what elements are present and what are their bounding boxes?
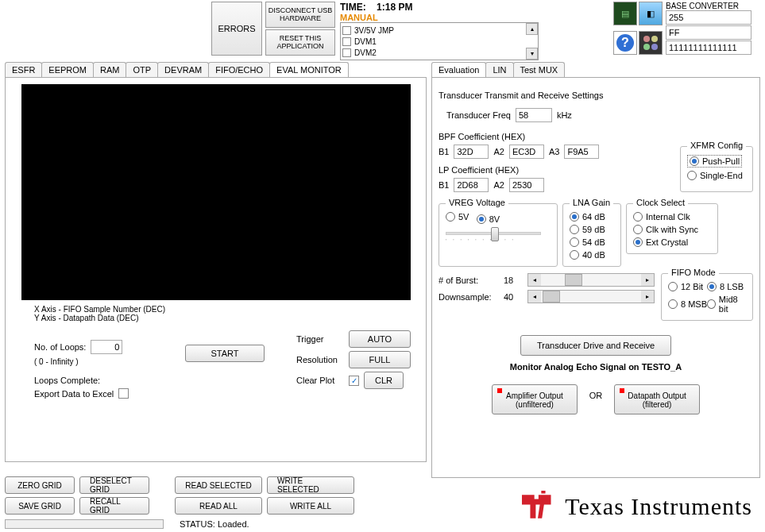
tab-evalmonitor[interactable]: EVAL MONITOR [269, 62, 349, 77]
burst-scrollbar[interactable]: ◂ ▸ [527, 273, 655, 287]
tab-fifoecho[interactable]: FIFO/ECHO [208, 62, 270, 77]
checkbox-icon[interactable] [342, 37, 351, 46]
fifo-12bit-radio[interactable] [668, 282, 678, 291]
device-icon[interactable]: ◧ [639, 2, 663, 25]
time-value: 1:18 PM [377, 2, 412, 13]
vreg-title: VREG Voltage [446, 198, 508, 207]
ti-text: Texas Instruments [565, 493, 752, 520]
recall-grid-button[interactable]: RECALL GRID [79, 497, 149, 515]
lna-54-label: 54 dB [582, 237, 605, 247]
tab-eeprom[interactable]: EEPROM [41, 62, 94, 77]
scroll-down-icon[interactable]: ▾ [526, 48, 538, 60]
checkbox-icon[interactable] [342, 26, 351, 35]
base-hex-input[interactable] [666, 25, 751, 40]
tab-lin[interactable]: LIN [485, 62, 513, 77]
bpf-b1-input[interactable] [454, 145, 489, 159]
xfmr-singleend-radio[interactable] [687, 171, 697, 180]
lna-40-radio[interactable] [570, 250, 579, 260]
arrow-left-icon[interactable]: ◂ [528, 291, 541, 303]
freq-input[interactable] [516, 108, 552, 122]
scroll-up-icon[interactable]: ▴ [526, 23, 538, 35]
lp-label: LP Coefficient (HEX) [439, 165, 674, 175]
dp-out-l2: (filtered) [643, 400, 672, 409]
clock-ext-label: Ext Crystal [646, 237, 688, 247]
save-grid-button[interactable]: SAVE GRID [5, 497, 75, 515]
loops-input[interactable] [91, 340, 122, 354]
option-list[interactable]: 3V/5V JMP DVM1 DVM2 ▴ ▾ [340, 22, 539, 60]
clock-internal-label: Internal Clk [646, 212, 690, 222]
slider-thumb-icon[interactable] [491, 227, 499, 241]
disconnect-usb-button[interactable]: DISCONNECT USB HARDWARE [265, 2, 335, 28]
vreg-5v-radio[interactable] [446, 212, 455, 222]
xfmr-pushpull-label: Push-Pull [702, 156, 740, 166]
arrow-right-icon[interactable]: ▸ [641, 274, 654, 286]
deselect-grid-button[interactable]: DESELECT GRID [79, 476, 149, 494]
fifo-8msb-radio[interactable] [668, 299, 678, 309]
lp-b1-input[interactable] [454, 178, 489, 192]
downsample-scrollbar[interactable]: ◂ ▸ [527, 290, 655, 303]
amp-out-l2: (unfiltered) [516, 400, 554, 409]
arrow-left-icon[interactable]: ◂ [528, 274, 541, 286]
freq-unit: kHz [557, 110, 572, 120]
tab-evaluation[interactable]: Evaluation [431, 62, 486, 77]
bpf-a2-input[interactable] [509, 145, 544, 159]
yaxis-label: Y Axis - Datapath Data (DEC) [34, 314, 419, 322]
ti-logo: Texas Instruments [520, 491, 752, 522]
amplifier-output-button[interactable]: Amplifier Output (unfiltered) [492, 384, 578, 414]
errors-button[interactable]: ERRORS [211, 2, 262, 56]
write-selected-button[interactable]: WRITE SELECTED [267, 476, 354, 494]
chip-icon[interactable]: ▤ [613, 2, 637, 25]
tab-esfr[interactable]: ESFR [5, 62, 42, 77]
base-bin-input[interactable] [666, 40, 751, 55]
lna-59-label: 59 dB [582, 225, 605, 234]
eval-monitor-panel: X Axis - FIFO Sample Number (DEC) Y Axis… [5, 77, 427, 462]
arrow-right-icon[interactable]: ▸ [641, 291, 654, 303]
base-dec-input[interactable] [666, 10, 751, 25]
resolution-button[interactable]: FULL [349, 351, 411, 368]
lp-a2-input[interactable] [509, 178, 544, 192]
loops-hint: ( 0 - Infinity ) [34, 357, 185, 366]
trigger-button[interactable]: AUTO [349, 330, 411, 348]
burst-label: # of Burst: [439, 276, 499, 285]
monitor-text: Monitor Analog Echo Signal on TESTO_A [439, 362, 753, 372]
datapath-output-button[interactable]: Datapath Output (filtered) [614, 384, 700, 414]
base-converter-title: BASE CONVERTER [666, 2, 755, 10]
start-button[interactable]: START [185, 345, 265, 362]
clock-ext-radio[interactable] [633, 237, 643, 247]
export-excel-checkbox[interactable] [118, 388, 129, 399]
clr-button[interactable]: CLR [364, 372, 404, 389]
zero-grid-button[interactable]: ZERO GRID [5, 476, 75, 494]
fifo-mid8-radio[interactable] [707, 299, 716, 309]
help-icon[interactable]: ? [613, 31, 637, 55]
vreg-8v-radio[interactable] [477, 214, 486, 224]
reset-app-button[interactable]: RESET THIS APPLICATION [265, 29, 335, 56]
tab-ram[interactable]: RAM [93, 62, 126, 77]
fifo-8lsb-radio[interactable] [707, 282, 717, 291]
clock-internal-radio[interactable] [633, 212, 643, 222]
clearplot-checkbox[interactable] [349, 376, 359, 386]
tab-otp[interactable]: OTP [126, 62, 158, 77]
vreg-slider[interactable] [446, 232, 541, 235]
clock-sync-radio[interactable] [633, 225, 643, 234]
tab-testmux[interactable]: Test MUX [513, 62, 566, 77]
lna-59-radio[interactable] [570, 225, 579, 234]
read-all-button[interactable]: READ ALL [175, 497, 262, 515]
lp-a2-label: A2 [493, 180, 504, 190]
list-item: DVM2 [354, 48, 377, 57]
loops-label: No. of Loops: [34, 342, 86, 352]
transducer-drive-button[interactable]: Transducer Drive and Receive [520, 335, 671, 356]
status-text: Loaded. [218, 519, 249, 529]
grid-icon[interactable] [639, 31, 663, 55]
read-selected-button[interactable]: READ SELECTED [175, 476, 262, 494]
bpf-a3-input[interactable] [564, 145, 599, 159]
vreg-8v-label: 8V [489, 214, 500, 224]
write-all-button[interactable]: WRITE ALL [267, 497, 354, 515]
tab-devram[interactable]: DEVRAM [157, 62, 209, 77]
checkbox-icon[interactable] [342, 48, 351, 57]
xfmr-pushpull-radio[interactable] [690, 156, 699, 166]
list-item: 3V/5V JMP [354, 26, 394, 35]
lna-64-radio[interactable] [570, 212, 579, 222]
scroll-thumb[interactable] [543, 291, 560, 303]
lna-54-radio[interactable] [570, 237, 579, 247]
scroll-thumb[interactable] [565, 274, 582, 286]
